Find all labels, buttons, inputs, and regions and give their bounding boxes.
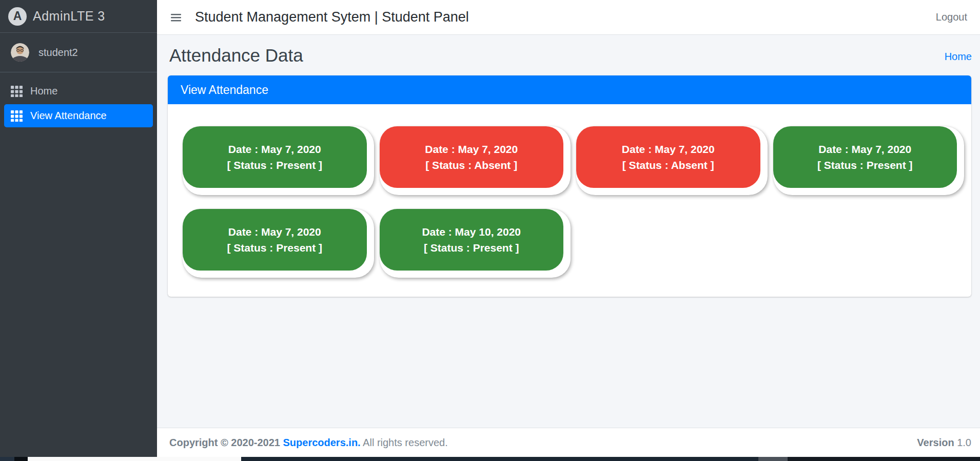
hamburger-menu-icon[interactable]: [170, 12, 182, 23]
page-title: Attendance Data: [169, 46, 303, 64]
version-text: Version 1.0: [917, 437, 971, 449]
attendance-status-box: Date : May 7, 2020[ Status : Present ]: [773, 126, 957, 188]
strip-segment: [758, 457, 788, 461]
strip-segment: [241, 457, 758, 461]
main-footer: Copyright © 2020-2021 Supercoders.in. Al…: [157, 428, 980, 457]
bottom-edge-strip: [0, 457, 980, 461]
attendance-status-box: Date : May 7, 2020[ Status : Absent ]: [576, 126, 760, 188]
strip-segment: [788, 457, 980, 461]
content-header: Attendance Data Home: [157, 35, 980, 75]
attendance-status-box: Date : May 7, 2020[ Status : Present ]: [183, 126, 367, 188]
user-panel: student2: [0, 33, 157, 72]
th-grid-icon: [11, 110, 23, 122]
sidebar-item-view-attendance[interactable]: View Attendance: [4, 104, 153, 127]
copyright-text: Copyright © 2020-2021 Supercoders.in. Al…: [169, 437, 448, 449]
attendance-date: Date : May 7, 2020: [425, 143, 518, 156]
attendance-tile: Date : May 7, 2020[ Status : Absent ]: [576, 126, 768, 195]
adminlte-logo-icon: A: [8, 7, 27, 26]
attendance-tile: Date : May 7, 2020[ Status : Present ]: [183, 209, 374, 278]
attendance-status-box: Date : May 7, 2020[ Status : Present ]: [183, 209, 367, 271]
sidebar-item-home[interactable]: Home: [4, 80, 153, 103]
attendance-grid: Date : May 7, 2020[ Status : Present ]Da…: [168, 104, 971, 297]
attendance-status: [ Status : Present ]: [227, 242, 322, 254]
sidebar-item-label: View Attendance: [30, 110, 107, 122]
user-name-link[interactable]: student2: [38, 47, 78, 59]
attendance-status: [ Status : Absent ]: [622, 159, 714, 171]
brand-title: AdminLTE 3: [33, 9, 105, 24]
attendance-status: [ Status : Absent ]: [425, 159, 517, 171]
strip-segment: [14, 457, 28, 461]
attendance-status-box: Date : May 7, 2020[ Status : Absent ]: [380, 126, 564, 188]
attendance-status: [ Status : Present ]: [817, 159, 913, 171]
attendance-status: [ Status : Present ]: [227, 159, 322, 171]
logout-link[interactable]: Logout: [936, 11, 967, 23]
sidebar-nav: Home View Attendance: [0, 72, 157, 127]
attendance-tile: Date : May 10, 2020[ Status : Present ]: [380, 209, 571, 278]
attendance-tile: Date : May 7, 2020[ Status : Absent ]: [380, 126, 571, 195]
brand-link[interactable]: A AdminLTE 3: [0, 0, 157, 33]
attendance-date: Date : May 7, 2020: [228, 143, 321, 156]
strip-segment: [0, 457, 14, 461]
attendance-status: [ Status : Present ]: [424, 242, 519, 254]
attendance-tile: Date : May 7, 2020[ Status : Present ]: [183, 126, 374, 195]
user-avatar: [11, 43, 29, 62]
attendance-date: Date : May 7, 2020: [818, 143, 911, 156]
card-header: View Attendance: [168, 75, 971, 104]
content-wrapper: Student Management Sytem | Student Panel…: [157, 0, 980, 457]
sidebar-item-label: Home: [30, 85, 57, 97]
attendance-status-box: Date : May 10, 2020[ Status : Present ]: [380, 209, 564, 271]
attendance-date: Date : May 7, 2020: [228, 226, 321, 238]
attendance-date: Date : May 10, 2020: [422, 226, 521, 238]
breadcrumb-home-link[interactable]: Home: [945, 51, 972, 64]
navbar-title: Student Management Sytem | Student Panel: [195, 9, 469, 25]
th-grid-icon: [11, 85, 23, 97]
supercoders-link[interactable]: Supercoders.in.: [283, 437, 361, 448]
attendance-date: Date : May 7, 2020: [622, 143, 715, 156]
top-navbar: Student Management Sytem | Student Panel…: [157, 0, 980, 35]
attendance-card: View Attendance Date : May 7, 2020[ Stat…: [168, 75, 971, 297]
main-sidebar: A AdminLTE 3 student2 Home: [0, 0, 157, 457]
attendance-tile: Date : May 7, 2020[ Status : Present ]: [773, 126, 965, 195]
